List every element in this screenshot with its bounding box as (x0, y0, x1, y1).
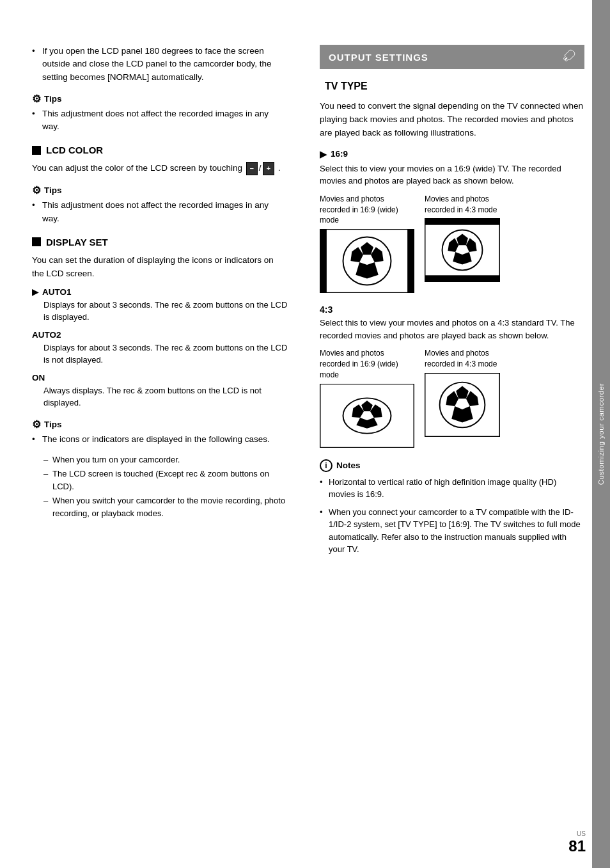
on-desc: Always displays. The rec & zoom buttons … (43, 384, 288, 409)
auto1-desc: Displays for about 3 seconds. The rec & … (43, 299, 288, 324)
btn-plus[interactable]: + (263, 162, 274, 175)
lcd-color-body: You can adjust the color of the LCD scre… (32, 162, 288, 175)
output-settings-icon (563, 49, 575, 65)
tips-item-lcd-color: This adjustment does not affect the reco… (32, 199, 288, 225)
caption-169-wide: Movies and photos recorded in 16:9 (wide… (320, 194, 409, 226)
note-item-1: Horizontal to vertical ratio of high def… (320, 476, 584, 501)
page-number-block: US 81 (568, 830, 586, 855)
ratio-43-body: Select this to view your movies and phot… (320, 317, 584, 342)
black-square-display (32, 237, 41, 246)
page-number: 81 (568, 837, 586, 855)
lcd-color-heading: LCD COLOR (32, 145, 288, 155)
auto2-desc: Displays for about 3 seconds. The rec & … (43, 342, 288, 367)
tips-icon-display-set: ⚙ (32, 418, 41, 430)
notes-block: i Notes Horizontal to vertical ratio of … (320, 459, 584, 556)
sidebar-tab: Customizing your camcorder (592, 0, 610, 868)
ratio-169-body: Select this to view your movies on a 16:… (320, 162, 584, 187)
auto2-label: AUTO2 (32, 330, 288, 340)
auto2-section: AUTO2 Displays for about 3 seconds. The … (32, 330, 288, 367)
notes-label: i Notes (320, 459, 584, 472)
ratio-169-section: ▶ 16:9 Select this to view your movies o… (320, 149, 584, 293)
tips-block-display-set: ⚙ Tips The icons or indicators are displ… (32, 418, 288, 520)
tips-label-1: ⚙ Tips (32, 93, 288, 105)
svg-rect-11 (425, 276, 499, 282)
on-section: ON Always displays. The rec & zoom butto… (32, 373, 288, 409)
tips-block-1: ⚙ Tips This adjustment does not affect t… (32, 93, 288, 134)
dash-list-display-set: When you turn on your camcorder. The LCD… (43, 454, 288, 520)
soccer-image-169-wide (320, 229, 414, 293)
page-number-prefix: US (568, 830, 586, 837)
note-item-2: When you connect your camcorder to a TV … (320, 506, 584, 556)
display-set-heading: DISPLAY SET (32, 237, 288, 248)
auto1-label: ▶ AUTO1 (32, 287, 288, 297)
btn-minus[interactable]: – (246, 162, 258, 175)
images-row-169: Movies and photos recorded in 16:9 (wide… (320, 194, 584, 293)
notes-icon: i (320, 459, 332, 472)
dash-item-2: The LCD screen is touched (Except rec & … (43, 468, 288, 493)
on-label: ON (32, 373, 288, 383)
tips-label-display-set: ⚙ Tips (32, 418, 288, 430)
caption-43-43: Movies and photos recorded in 4:3 mode (425, 348, 514, 370)
output-settings-header: OUTPUT SETTINGS (320, 45, 584, 69)
image-block-43-43: Movies and photos recorded in 4:3 mode (425, 348, 514, 447)
soccer-image-43-wide (320, 384, 414, 448)
tv-type-body: You need to convert the signal depending… (320, 100, 584, 140)
tips-icon-lcd-color: ⚙ (32, 184, 41, 196)
right-column: OUTPUT SETTINGS TV TYPE You need to conv… (307, 26, 610, 842)
svg-rect-0 (565, 57, 568, 60)
tips-label-lcd-color: ⚙ Tips (32, 184, 288, 196)
arrow-icon-169: ▶ (320, 149, 327, 159)
left-column: If you open the LCD panel 180 degrees to… (0, 26, 307, 842)
image-block-169-wide: Movies and photos recorded in 16:9 (wide… (320, 194, 414, 293)
svg-rect-8 (407, 230, 414, 293)
ratio-169-label: ▶ 16:9 (320, 149, 584, 159)
caption-43-wide: Movies and photos recorded in 16:9 (wide… (320, 348, 409, 380)
svg-rect-7 (320, 230, 327, 293)
image-block-43-wide: Movies and photos recorded in 16:9 (wide… (320, 348, 414, 447)
auto1-section: ▶ AUTO1 Displays for about 3 seconds. Th… (32, 287, 288, 324)
svg-rect-10 (425, 219, 499, 225)
tips-display-set-item0: The icons or indicators are displayed in… (32, 433, 288, 446)
tv-type-heading: TV TYPE (320, 81, 584, 92)
images-row-43: Movies and photos recorded in 16:9 (wide… (320, 348, 584, 447)
arrow-icon-auto1: ▶ (32, 287, 38, 297)
ratio-43-label: 4:3 (320, 304, 584, 315)
tips-icon-1: ⚙ (32, 93, 41, 105)
dash-item-3: When you switch your camcorder to the mo… (43, 494, 288, 519)
tips-item-1: This adjustment does not affect the reco… (32, 107, 288, 134)
caption-169-43: Movies and photos recorded in 4:3 mode (425, 194, 514, 216)
dash-item-1: When you turn on your camcorder. (43, 454, 288, 466)
tips-block-lcd-color: ⚙ Tips This adjustment does not affect t… (32, 184, 288, 225)
image-block-169-43: Movies and photos recorded in 4:3 mode (425, 194, 514, 293)
display-set-body: You can set the duration of displaying t… (32, 254, 288, 281)
soccer-image-169-43 (425, 218, 500, 282)
sidebar-label: Customizing your camcorder (597, 383, 605, 485)
bullet-lcd-normal: If you open the LCD panel 180 degrees to… (32, 45, 288, 84)
lcd-buttons: – / + . (245, 163, 281, 173)
ratio-43-section: 4:3 Select this to view your movies and … (320, 304, 584, 447)
black-square-icon (32, 146, 41, 155)
soccer-image-43-43 (425, 373, 500, 437)
